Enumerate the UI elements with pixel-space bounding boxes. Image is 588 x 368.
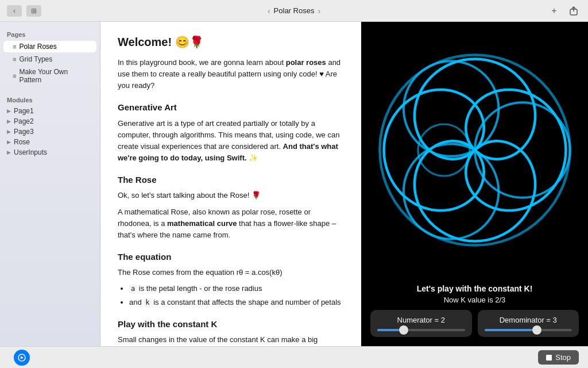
doc-rose-text1: Ok, so let's start talking about the Ros…: [118, 190, 344, 201]
module-label: Page1: [14, 107, 34, 115]
bottom-bar: Stop: [0, 346, 588, 368]
sidebar-item-polar-roses[interactable]: ≡ Polar Roses: [3, 41, 96, 52]
doc-bullet1: a is the petal length - or the rose radi…: [129, 283, 344, 294]
sidebar-item-label: Make Your Own Pattern: [19, 68, 91, 84]
sidebar-item-grid-types[interactable]: ≡ Grid Types: [3, 53, 96, 65]
module-label: Page2: [14, 117, 34, 125]
preview-canvas: [361, 22, 588, 278]
denominator-card: Demominator = 3: [478, 310, 579, 337]
breadcrumb-forward-arrow: ›: [318, 6, 320, 16]
nav-buttons: ‹ ⊞: [7, 5, 41, 17]
preview-title-block: Let's play with the constant K! Now K va…: [417, 283, 533, 304]
run-indicator[interactable]: [14, 350, 30, 366]
content-and-preview: Welcome! 😊🌹 In this playground book, we …: [100, 22, 588, 346]
breadcrumb: ‹ Polar Roses ›: [268, 6, 320, 16]
controls-row: Numerator = 2 Demominator = 3: [370, 310, 579, 337]
doc-bullet2: and k is a constant that affects the sha…: [129, 297, 344, 308]
denominator-label: Demominator = 3: [485, 316, 572, 324]
chevron-icon: ▶: [7, 108, 11, 114]
add-button[interactable]: +: [547, 5, 562, 17]
numerator-card: Numerator = 2: [370, 310, 472, 337]
chevron-icon: ▶: [7, 150, 11, 155]
denominator-slider-thumb[interactable]: [532, 325, 541, 335]
sidebar-toggle-button[interactable]: ⊞: [26, 5, 41, 17]
page-icon: ≡: [13, 43, 16, 50]
sidebar-module-userinputs[interactable]: ▶ UserInputs: [0, 147, 100, 158]
chevron-icon: ▶: [7, 129, 11, 135]
page-icon: ≡: [13, 56, 16, 63]
module-label: UserInputs: [14, 148, 47, 156]
doc-play-k-text: Small changes in the value of the consta…: [118, 334, 344, 346]
preview-title-line1: Let's play with the constant K!: [417, 283, 533, 295]
sidebar-item-make-your-own[interactable]: ≡ Make Your Own Pattern: [3, 66, 96, 86]
sidebar-module-page3[interactable]: ▶ Page3: [0, 126, 100, 137]
preview-controls: Let's play with the constant K! Now K va…: [361, 278, 588, 346]
doc-intro: In this playground book, we are gonna le…: [118, 57, 344, 91]
modules-section-label: Modules: [0, 92, 100, 106]
chevron-icon: ▶: [7, 118, 11, 124]
doc-generative-art-text: Generative art is a type of art created …: [118, 118, 344, 164]
stop-label: Stop: [555, 353, 571, 362]
rose-svg: [372, 47, 578, 254]
stop-button[interactable]: Stop: [538, 350, 579, 365]
breadcrumb-back-arrow: ‹: [268, 6, 270, 16]
document-content: Welcome! 😊🌹 In this playground book, we …: [100, 22, 361, 346]
share-button[interactable]: [566, 5, 581, 17]
pages-section-label: Pages: [0, 26, 100, 40]
main-layout: Pages ≡ Polar Roses ≡ Grid Types ≡ Make …: [0, 22, 588, 346]
doc-play-k-heading: Play with the constant K: [118, 317, 344, 331]
module-label: Rose: [14, 138, 30, 146]
doc-equation-list: a is the petal length - or the rose radi…: [129, 283, 344, 308]
sidebar-item-label: Grid Types: [19, 55, 52, 63]
svg-point-2: [475, 102, 570, 198]
numerator-label: Numerator = 2: [377, 316, 465, 324]
doc-heading: Welcome! 😊🌹: [118, 33, 344, 51]
doc-equation-intro: The Rose comes from the equation rθ = a.…: [118, 267, 344, 278]
doc-generative-art-heading: Generative Art: [118, 101, 344, 114]
page-title: Polar Roses: [274, 6, 315, 15]
denominator-slider-track[interactable]: [485, 329, 572, 331]
page-icon: ≡: [13, 72, 16, 79]
numerator-slider-track[interactable]: [377, 329, 465, 331]
sidebar-module-page1[interactable]: ▶ Page1: [0, 106, 100, 116]
toolbar-right: +: [547, 5, 581, 17]
doc-rose-text2: A mathematical Rose, also known as polar…: [118, 206, 344, 241]
denominator-slider-fill: [485, 329, 537, 331]
stop-icon: [546, 355, 552, 361]
sidebar-module-rose[interactable]: ▶ Rose: [0, 137, 100, 147]
chevron-icon: ▶: [7, 139, 11, 145]
preview-title-line2: Now K value is 2/3: [417, 296, 533, 304]
preview-panel: Let's play with the constant K! Now K va…: [361, 22, 588, 346]
top-bar: ‹ ⊞ ‹ Polar Roses › +: [0, 0, 588, 22]
sidebar-module-page2[interactable]: ▶ Page2: [0, 116, 100, 126]
doc-equation-heading: The equation: [118, 250, 344, 263]
back-button[interactable]: ‹: [7, 5, 22, 17]
sidebar-item-label: Polar Roses: [19, 43, 56, 51]
module-label: Page3: [14, 128, 34, 136]
doc-rose-heading: The Rose: [118, 173, 344, 186]
numerator-slider-thumb[interactable]: [399, 325, 408, 335]
sidebar: Pages ≡ Polar Roses ≡ Grid Types ≡ Make …: [0, 22, 100, 346]
